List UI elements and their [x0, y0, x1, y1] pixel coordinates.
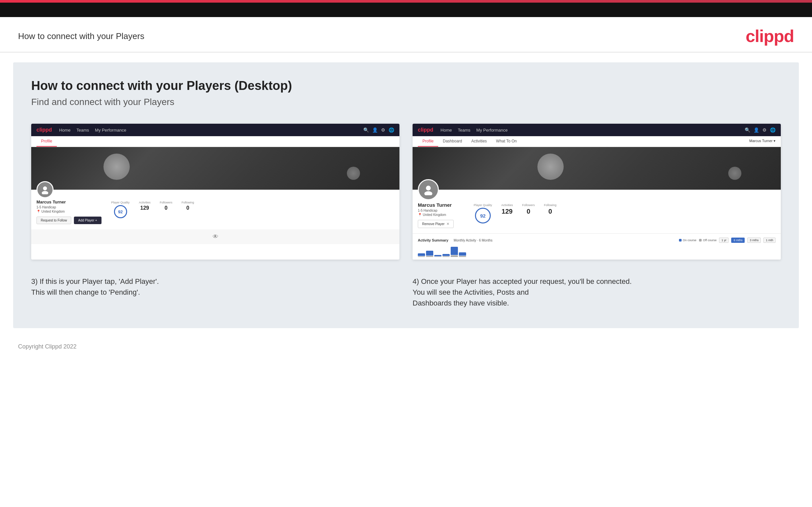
left-player-handicap: 1-5 Handicap	[37, 206, 101, 209]
left-profile-section: Marcus Turner 1-5 Handicap 📍 United King…	[31, 190, 399, 229]
left-nav: clippd Home Teams My Performance 🔍 👤 ⚙ 🌐	[31, 124, 399, 136]
caption-right-text: 4) Once your Player has accepted your re…	[413, 277, 632, 307]
legend-off-course: Off course	[699, 238, 716, 242]
left-hero-image	[31, 147, 399, 190]
hero-circle-1	[103, 154, 130, 180]
right-user-icon[interactable]: 👤	[754, 127, 759, 132]
off-course-bar	[418, 256, 425, 257]
right-tabs: Profile Dashboard Activities What To On …	[413, 136, 781, 147]
right-search-icon[interactable]: 🔍	[745, 127, 750, 132]
remove-player-button[interactable]: Remove Player ✕	[418, 220, 454, 228]
left-quality-stat: Player Quality 92	[111, 201, 130, 219]
left-nav-performance[interactable]: My Performance	[95, 128, 126, 132]
off-course-bar	[426, 256, 433, 257]
page-heading: How to connect with your Players (Deskto…	[31, 79, 781, 93]
right-stats: Player Quality 92 Activities 129 Followe…	[474, 202, 775, 224]
on-course-bar	[434, 255, 442, 256]
right-avatar	[418, 179, 439, 200]
hero-circle-2	[347, 167, 360, 180]
settings-icon[interactable]: ⚙	[381, 127, 385, 132]
right-nav-links: Home Teams My Performance	[441, 128, 745, 132]
accent-bar	[0, 0, 812, 3]
right-player-details: Marcus Turner 1-5 Handicap 📍 United King…	[418, 202, 464, 228]
time-1yr[interactable]: 1 yr	[719, 238, 728, 243]
left-nav-teams[interactable]: Teams	[77, 128, 89, 132]
tab-what-to-on[interactable]: What To On	[492, 136, 521, 147]
activity-header: Activity Summary Monthly Activity · 6 Mo…	[418, 238, 775, 243]
right-nav: clippd Home Teams My Performance 🔍 👤 ⚙ 🌐	[413, 124, 781, 136]
left-tabs: Profile	[31, 136, 399, 147]
screenshot-panel-left: clippd Home Teams My Performance 🔍 👤 ⚙ 🌐…	[31, 124, 399, 260]
clippd-logo: clippd	[746, 26, 794, 46]
right-nav-home[interactable]: Home	[441, 128, 452, 132]
time-6mths[interactable]: 6 mths	[731, 238, 745, 243]
main-content: How to connect with your Players (Deskto…	[13, 62, 799, 328]
off-course-bar	[434, 257, 442, 257]
left-activities-stat: Activities 129	[139, 201, 151, 219]
left-nav-logo: clippd	[37, 127, 52, 133]
right-hero-image	[413, 147, 781, 190]
captions-row: 3) If this is your Player tap, 'Add Play…	[31, 276, 781, 308]
off-course-dot	[699, 239, 702, 241]
chart-bar-group	[443, 254, 450, 257]
right-hero-circle-1	[538, 154, 564, 180]
left-player-location: 📍 United Kingdom	[37, 210, 101, 213]
left-profile-info: Marcus Turner 1-5 Handicap 📍 United King…	[37, 190, 394, 224]
chart-bar-group	[459, 252, 466, 257]
right-activities-stat: Activities 129	[501, 204, 513, 224]
tab-profile-left[interactable]: Profile	[37, 136, 57, 147]
right-profile-info: Marcus Turner 1-5 Handicap 📍 United King…	[418, 190, 775, 228]
left-nav-icons: 🔍 👤 ⚙ 🌐	[363, 127, 394, 132]
footer: Copyright Clippd 2022	[0, 338, 812, 355]
left-stats: Player Quality 92 Activities 129 Followe…	[111, 200, 394, 219]
off-course-label: Off course	[703, 238, 716, 242]
location-icon: 📍	[37, 210, 40, 213]
off-course-bar	[459, 256, 466, 257]
caption-left-text: 3) If this is your Player tap, 'Add Play…	[31, 277, 159, 296]
user-icon[interactable]: 👤	[372, 127, 378, 132]
on-course-bar	[451, 247, 458, 255]
left-nav-home[interactable]: Home	[59, 128, 70, 132]
on-course-bar	[443, 254, 450, 256]
left-following-stat: Following 0	[182, 201, 194, 219]
right-quality-badge: 92	[475, 208, 491, 223]
left-screenshot-bottom: 👁	[31, 229, 399, 244]
right-nav-logo: clippd	[418, 127, 433, 133]
request-follow-button[interactable]: Request to Follow	[37, 217, 71, 224]
chart-bar-group	[451, 247, 458, 257]
page-subheading: Find and connect with your Players	[31, 97, 781, 107]
time-1mth[interactable]: 1 mth	[763, 238, 775, 243]
svg-point-3	[424, 191, 432, 195]
tab-activities[interactable]: Activities	[467, 136, 492, 147]
right-nav-teams[interactable]: Teams	[458, 128, 470, 132]
copyright-text: Copyright Clippd 2022	[18, 343, 77, 350]
right-quality-stat: Player Quality 92	[474, 204, 492, 224]
svg-point-2	[426, 186, 431, 191]
tab-profile-right[interactable]: Profile	[418, 136, 438, 147]
tab-dashboard[interactable]: Dashboard	[438, 136, 467, 147]
right-player-handicap: 1-5 Handicap	[418, 209, 464, 212]
right-globe-icon[interactable]: 🌐	[770, 127, 775, 132]
left-avatar	[37, 181, 54, 198]
legend-on-course: On course	[679, 238, 697, 242]
left-player-name: Marcus Turner	[37, 200, 101, 205]
add-player-button[interactable]: Add Player +	[74, 217, 101, 224]
globe-icon[interactable]: 🌐	[389, 127, 394, 132]
right-nav-performance[interactable]: My Performance	[476, 128, 507, 132]
screenshots-row: clippd Home Teams My Performance 🔍 👤 ⚙ 🌐…	[31, 124, 781, 260]
right-location-icon: 📍	[418, 213, 422, 217]
search-icon[interactable]: 🔍	[363, 127, 369, 132]
activity-title: Activity Summary	[418, 238, 448, 242]
time-3mths[interactable]: 3 mths	[747, 238, 761, 243]
right-settings-icon[interactable]: ⚙	[762, 127, 767, 132]
left-followers-stat: Followers 0	[160, 201, 172, 219]
right-nav-icons: 🔍 👤 ⚙ 🌐	[745, 127, 775, 132]
caption-right: 4) Once your Player has accepted your re…	[413, 276, 781, 308]
remove-x-icon: ✕	[446, 222, 449, 226]
left-player-details: Marcus Turner 1-5 Handicap 📍 United King…	[37, 200, 101, 224]
caption-left: 3) If this is your Player tap, 'Add Play…	[31, 276, 399, 308]
player-selector[interactable]: Marcus Turner ▾	[749, 136, 775, 147]
chart-bar-group	[434, 255, 442, 257]
eye-icon: 👁	[212, 233, 218, 240]
activity-chart	[418, 245, 775, 257]
